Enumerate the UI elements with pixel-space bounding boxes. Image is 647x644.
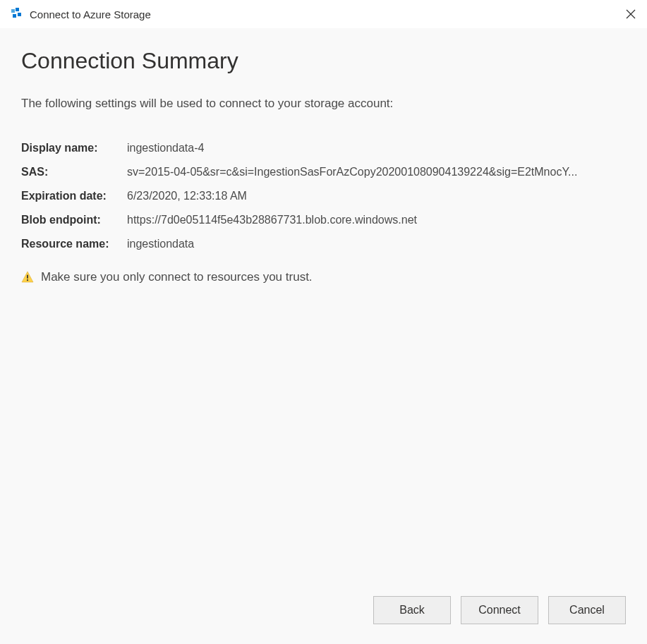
page-title: Connection Summary — [21, 48, 626, 74]
resource-name-value: ingestiondata — [127, 232, 626, 256]
cancel-button[interactable]: Cancel — [548, 596, 626, 624]
display-name-value: ingestiondata-4 — [127, 136, 626, 160]
blob-endpoint-label: Blob endpoint: — [21, 208, 127, 232]
table-row: Resource name: ingestiondata — [21, 232, 626, 256]
svg-rect-1 — [16, 8, 19, 11]
expiration-label: Expiration date: — [21, 184, 127, 208]
sas-label: SAS: — [21, 160, 127, 184]
svg-rect-2 — [13, 14, 16, 18]
azure-storage-icon — [11, 8, 24, 20]
window-title: Connect to Azure Storage — [30, 8, 151, 20]
expiration-value: 6/23/2020, 12:33:18 AM — [127, 184, 626, 208]
svg-rect-6 — [27, 275, 28, 279]
table-row: SAS: sv=2015-04-05&sr=c&si=IngestionSasF… — [21, 160, 626, 184]
warning-row: Make sure you only connect to resources … — [21, 270, 626, 284]
svg-point-7 — [27, 279, 28, 281]
table-row: Blob endpoint: https://7d0e05114f5e43b28… — [21, 208, 626, 232]
svg-rect-0 — [11, 9, 15, 13]
sas-value: sv=2015-04-05&sr=c&si=IngestionSasForAzC… — [127, 160, 626, 184]
table-row: Expiration date: 6/23/2020, 12:33:18 AM — [21, 184, 626, 208]
content-area: Connection Summary The following setting… — [0, 28, 647, 644]
settings-table: Display name: ingestiondata-4 SAS: sv=20… — [21, 136, 626, 256]
connect-button[interactable]: Connect — [461, 596, 538, 624]
titlebar: Connect to Azure Storage — [0, 0, 647, 28]
resource-name-label: Resource name: — [21, 232, 127, 256]
back-button[interactable]: Back — [373, 596, 451, 624]
page-description: The following settings will be used to c… — [21, 97, 626, 111]
warning-icon — [21, 271, 34, 284]
blob-endpoint-value: https://7d0e05114f5e43b28867731.blob.cor… — [127, 208, 626, 232]
warning-text: Make sure you only connect to resources … — [41, 270, 313, 284]
titlebar-left: Connect to Azure Storage — [11, 8, 151, 20]
footer-buttons: Back Connect Cancel — [21, 582, 626, 624]
display-name-label: Display name: — [21, 136, 127, 160]
table-row: Display name: ingestiondata-4 — [21, 136, 626, 160]
svg-rect-3 — [18, 13, 21, 16]
close-icon[interactable] — [626, 9, 636, 19]
